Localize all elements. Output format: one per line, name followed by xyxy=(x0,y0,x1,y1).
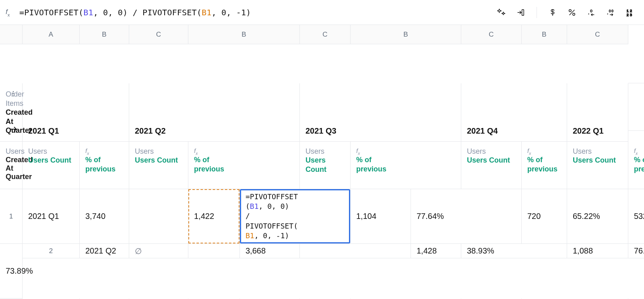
pivot-row-field-header[interactable]: Order Items Created At Quarter xyxy=(0,83,23,142)
data-cell[interactable] xyxy=(300,244,411,258)
row-number[interactable]: 1 xyxy=(0,189,23,244)
svg-rect-0 xyxy=(522,9,524,15)
row-label[interactable]: 2021 Q2 xyxy=(80,244,129,258)
corner-cell[interactable] xyxy=(0,25,23,44)
measure-header-pct-previous[interactable]: fx % of previous xyxy=(351,142,461,189)
row-gutter xyxy=(628,83,644,131)
pivot-col-group[interactable]: 2021 Q3 xyxy=(300,83,461,142)
col-header-C[interactable]: C xyxy=(461,25,522,44)
measure-header-users-count[interactable]: Users Users Count xyxy=(23,142,80,189)
svg-text:2: 2 xyxy=(630,9,632,13)
data-cell[interactable] xyxy=(129,189,188,244)
data-cell[interactable] xyxy=(188,244,240,258)
ai-suggest-icon[interactable] xyxy=(496,7,507,18)
svg-point-2 xyxy=(573,13,575,15)
row-label[interactable]: 2021 Q1 xyxy=(23,189,80,244)
spreadsheet-grid: A B C B C B C B C Order Items Created At… xyxy=(0,25,644,299)
formula-toolbar: 1223 xyxy=(496,7,638,18)
svg-point-3 xyxy=(588,13,589,14)
arrow-right-icon xyxy=(9,125,18,136)
formula-bar: fx =PIVOTOFFSET(B1, 0, 0) / PIVOTOFFSET(… xyxy=(0,0,644,25)
fraction-format-icon[interactable]: 1223 xyxy=(625,7,635,18)
fx-icon: fx xyxy=(634,147,644,155)
measure-header-users-count[interactable]: Users Users Count xyxy=(461,142,522,189)
pivot-row-subfield-header[interactable]: Users Created At Quarter xyxy=(0,142,23,189)
data-cell-editing[interactable]: =PIVOTOFFSET (B1, 0, 0) / PIVOTOFFSET( B… xyxy=(240,189,351,244)
fx-icon: fx xyxy=(85,147,123,155)
measure-header-pct-previous[interactable]: fx % of previous xyxy=(628,142,644,189)
svg-text:3: 3 xyxy=(630,13,632,17)
data-cell[interactable]: 532 xyxy=(628,189,644,244)
measure-header-pct-previous[interactable]: fx % of previous xyxy=(80,142,129,189)
fx-icon: fx xyxy=(194,147,294,155)
measure-header-users-count[interactable]: Users Users Count xyxy=(567,142,628,189)
svg-point-10 xyxy=(13,93,14,95)
svg-point-4 xyxy=(607,13,608,14)
data-cell[interactable]: 3,740 xyxy=(80,189,129,244)
kebab-icon[interactable] xyxy=(8,89,18,99)
fx-icon: fx xyxy=(356,147,455,155)
data-cell[interactable]: 73.89% xyxy=(0,244,23,299)
pivot-col-group[interactable]: 2021 Q1 xyxy=(23,83,129,142)
increase-decimals-icon[interactable] xyxy=(605,7,616,18)
measure-header-users-count[interactable]: Users Users Count xyxy=(129,142,188,189)
svg-text:2: 2 xyxy=(627,13,629,17)
pivot-col-group[interactable]: 2022 Q1 xyxy=(567,83,628,142)
row-gutter xyxy=(628,25,644,83)
fx-label: fx xyxy=(6,8,19,16)
fx-icon: fx xyxy=(527,147,561,155)
data-cell-source-highlight[interactable]: 1,422 xyxy=(188,189,240,244)
svg-text:1: 1 xyxy=(627,9,629,13)
data-cell[interactable]: 1,104 xyxy=(351,189,411,244)
svg-point-1 xyxy=(569,9,572,12)
insert-right-icon[interactable] xyxy=(516,7,526,18)
percent-icon[interactable] xyxy=(567,7,577,18)
data-cell[interactable]: 720 xyxy=(522,189,567,244)
data-cell[interactable]: 76.19% xyxy=(628,244,644,258)
currency-icon[interactable] xyxy=(547,7,558,18)
col-header-B[interactable]: B xyxy=(80,25,129,44)
data-cell[interactable]: 65.22% xyxy=(567,189,628,244)
svg-point-9 xyxy=(13,91,14,92)
data-cell[interactable]: 77.64% xyxy=(411,189,522,244)
data-cell[interactable]: 1,088 xyxy=(567,244,628,258)
col-header-B[interactable]: B xyxy=(522,25,567,44)
data-cell[interactable]: 38.93% xyxy=(461,244,567,258)
row-number[interactable]: 2 xyxy=(23,244,80,258)
measure-header-users-count[interactable]: Users Users Count xyxy=(300,142,351,189)
measure-header-pct-previous[interactable]: fx % of previous xyxy=(188,142,300,189)
pivot-col-group[interactable]: 2021 Q4 xyxy=(461,83,567,142)
formula-input[interactable]: =PIVOTOFFSET(B1, 0, 0) / PIVOTOFFSET(B1,… xyxy=(19,8,496,17)
cell-editor[interactable]: =PIVOTOFFSET (B1, 0, 0) / PIVOTOFFSET( B… xyxy=(246,192,345,241)
col-header-A[interactable]: A xyxy=(23,25,80,44)
decrease-decimals-icon[interactable] xyxy=(586,7,597,18)
col-header-C[interactable]: C xyxy=(300,25,351,44)
col-header-B[interactable]: B xyxy=(351,25,461,44)
col-header-B[interactable]: B xyxy=(188,25,300,44)
measure-header-pct-previous[interactable]: fx % of previous xyxy=(522,142,567,189)
data-cell[interactable]: 3,668 xyxy=(240,244,300,258)
pivot-col-group[interactable]: 2021 Q2 xyxy=(129,83,300,142)
svg-point-11 xyxy=(13,95,14,97)
data-cell[interactable]: 1,428 xyxy=(411,244,461,258)
col-header-C[interactable]: C xyxy=(129,25,188,44)
col-header-C[interactable]: C xyxy=(567,25,628,44)
data-cell[interactable]: ∅ xyxy=(129,244,188,258)
